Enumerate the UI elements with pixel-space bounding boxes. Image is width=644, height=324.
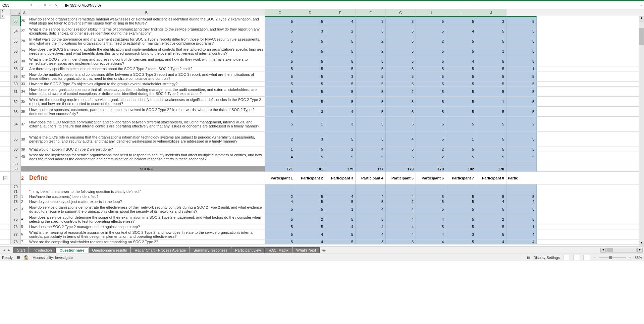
cell-value[interactable]: 1	[506, 224, 537, 229]
cell[interactable]	[386, 189, 416, 194]
cell-question-number[interactable]: 33	[21, 82, 28, 86]
cell[interactable]	[386, 162, 416, 166]
cell-question-number[interactable]: 5	[21, 224, 28, 229]
cell-question-text[interactable]: How do you keep key subject matter exper…	[28, 199, 265, 204]
cell-value[interactable]: 5	[416, 204, 446, 214]
cell-value[interactable]: 4	[325, 16, 356, 26]
cell[interactable]	[325, 184, 356, 189]
row-header[interactable]: 77	[11, 229, 21, 239]
cell-value[interactable]: 2	[265, 194, 295, 199]
cell-value[interactable]: 5	[476, 224, 506, 229]
cell-value[interactable]: 5	[295, 66, 325, 71]
cell-value[interactable]: 5	[356, 66, 386, 71]
cell-value[interactable]: 5	[295, 204, 325, 214]
cell-value[interactable]: 5	[265, 229, 295, 239]
sheet-tab[interactable]: Questionnaire results	[89, 247, 131, 253]
row-header[interactable]	[11, 172, 21, 184]
cell-value[interactable]: 4	[386, 224, 416, 229]
cell-question-number[interactable]: 29	[21, 46, 28, 56]
score-value[interactable]: 182	[446, 166, 476, 171]
cell-value[interactable]: 5	[416, 46, 446, 56]
cell[interactable]	[356, 162, 386, 166]
hscroll-left-icon[interactable]: ◄	[600, 248, 606, 253]
cell-value[interactable]: 5	[476, 117, 506, 131]
participant-header[interactable]: Participant 8	[476, 172, 506, 184]
cell-value[interactable]: 5	[356, 152, 386, 162]
cell-value[interactable]: 5	[265, 66, 295, 71]
score-value[interactable]: 170	[416, 166, 446, 171]
cell-value[interactable]: 4	[446, 56, 476, 66]
cell-value[interactable]: 5	[265, 239, 295, 244]
cell-value[interactable]: 2	[506, 117, 537, 131]
cell-value[interactable]: 5	[386, 36, 416, 46]
participant-header[interactable]: Participant 6	[416, 172, 446, 184]
status-accessibility[interactable]: Accessibility: Investigate	[33, 256, 73, 260]
display-settings-label[interactable]: Display Settings	[533, 256, 560, 260]
cell-value[interactable]: 5	[446, 71, 476, 81]
cell-value[interactable]: 5	[446, 194, 476, 199]
cell-value[interactable]: 5	[265, 87, 295, 96]
col-header-B[interactable]: B	[28, 9, 265, 16]
cell-value[interactable]: 1	[325, 204, 356, 214]
cell-value[interactable]: 5	[265, 214, 295, 224]
cell[interactable]	[476, 189, 506, 194]
cell[interactable]	[416, 184, 446, 189]
cell-value[interactable]: 4	[476, 199, 506, 204]
formula-expand-icon[interactable]: ⌄	[637, 3, 644, 7]
cell-question-number[interactable]: 30	[21, 56, 28, 66]
cell-question-text[interactable]: How does the SOCS framework facilitate t…	[28, 46, 265, 56]
cell-value[interactable]: 5	[265, 107, 295, 116]
cell-value[interactable]: 4	[356, 147, 386, 152]
cell-value[interactable]: 5	[506, 107, 537, 116]
cell-value[interactable]: 1	[446, 132, 476, 147]
sheet-tab[interactable]: Summary responses	[190, 247, 231, 253]
cell-value[interactable]: 5	[295, 46, 325, 56]
score-value[interactable]: 179	[386, 166, 416, 171]
cell[interactable]	[21, 166, 28, 171]
row-header[interactable]: 78	[11, 239, 21, 244]
cell-value[interactable]: 2	[416, 152, 446, 162]
cell[interactable]	[506, 166, 537, 171]
cell-value[interactable]: 5	[476, 82, 506, 86]
sheet-tab[interactable]: RACI Matrix	[265, 247, 292, 253]
cell-value[interactable]: 3	[386, 97, 416, 106]
cell-value[interactable]: 5	[476, 204, 506, 214]
cell-value[interactable]: 5	[295, 97, 325, 106]
cell-value[interactable]: 5	[476, 147, 506, 152]
accessibility-icon[interactable]: 🕵	[24, 255, 29, 260]
cell-value[interactable]: 5	[265, 204, 295, 214]
cell-value[interactable]: 5	[386, 152, 416, 162]
cell-value[interactable]: 5	[325, 66, 356, 71]
cell-value[interactable]: 5	[416, 26, 446, 36]
cell-value[interactable]: 5	[416, 56, 446, 66]
cell-value[interactable]: 5	[506, 36, 537, 46]
cell-value[interactable]: 5	[356, 82, 386, 86]
cell-question-text[interactable]: How does a service auditor determine the…	[28, 214, 265, 224]
cell-question-text[interactable]: What are the implications for service or…	[28, 152, 265, 162]
cell[interactable]	[356, 189, 386, 194]
cell-value[interactable]: 4	[295, 229, 325, 239]
cell-value[interactable]: 2	[416, 147, 446, 152]
cell-question-text[interactable]: What is the CCO's role in identifying an…	[28, 56, 265, 66]
cell-question-text[interactable]: How do service organizations remediate m…	[28, 16, 265, 26]
cell-value[interactable]: 5	[325, 214, 356, 224]
cell-value[interactable]: 5	[446, 82, 476, 86]
score-value[interactable]: 170	[476, 166, 506, 171]
cell-value[interactable]: 1	[265, 147, 295, 152]
cell-value[interactable]: 2	[476, 214, 506, 224]
cell-value[interactable]: 5	[325, 152, 356, 162]
cell-value[interactable]: 5	[325, 239, 356, 244]
cell-value[interactable]: 5	[265, 36, 295, 46]
cell-value[interactable]: 4	[416, 214, 446, 224]
cell-value[interactable]: 1	[295, 117, 325, 131]
cell-value[interactable]: 5	[325, 97, 356, 106]
cell-value[interactable]: 4	[386, 194, 416, 199]
section-number[interactable]: 2	[21, 172, 28, 184]
cell-value[interactable]: 5	[325, 132, 356, 147]
cell-value[interactable]: 5	[446, 117, 476, 131]
cell-value[interactable]: 5	[416, 194, 446, 199]
col-header-F[interactable]: F	[356, 9, 386, 16]
cell[interactable]	[325, 189, 356, 194]
cell-value[interactable]: 3	[295, 132, 325, 147]
col-header-E[interactable]: E	[325, 9, 356, 16]
